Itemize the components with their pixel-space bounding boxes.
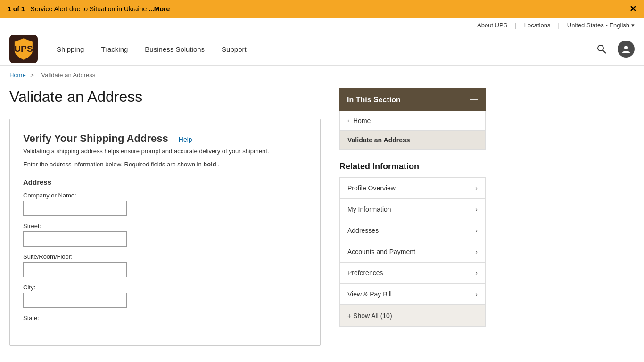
form-description-2: Enter the address information below. Req… xyxy=(23,160,307,169)
user-account-button[interactable] xyxy=(618,41,635,58)
chevron-right-icon: › xyxy=(475,269,478,277)
ups-logo[interactable]: UPS xyxy=(9,35,38,63)
chevron-right-icon: › xyxy=(475,248,478,255)
nav-tracking[interactable]: Tracking xyxy=(101,45,128,53)
section-title: In This Section xyxy=(347,96,401,104)
street-field-group: Street: xyxy=(23,222,307,247)
nav-business[interactable]: Business Solutions xyxy=(145,45,205,53)
chevron-right-icon: › xyxy=(475,290,478,298)
chevron-left-icon: ‹ xyxy=(347,117,349,124)
in-this-section-header: In This Section — xyxy=(339,88,486,111)
related-preferences[interactable]: Preferences › xyxy=(340,263,485,284)
search-icon xyxy=(597,44,606,54)
city-input[interactable] xyxy=(23,293,127,308)
top-nav: About UPS | Locations | United States - … xyxy=(0,18,644,33)
breadcrumb-current: Validate an Address xyxy=(41,72,96,79)
breadcrumb-separator: > xyxy=(30,72,34,79)
chevron-right-icon: › xyxy=(475,227,478,234)
form-description-1: Validating a shipping address helps ensu… xyxy=(23,147,307,156)
related-my-information[interactable]: My Information › xyxy=(340,199,485,220)
main-nav: UPS Shipping Tracking Business Solutions… xyxy=(0,33,644,66)
breadcrumb: Home > Validate an Address xyxy=(0,66,644,84)
svg-line-2 xyxy=(603,50,606,53)
page-title: Validate an Address xyxy=(9,88,321,106)
chevron-down-icon: ▾ xyxy=(631,22,635,29)
search-button[interactable] xyxy=(593,41,610,58)
street-input[interactable] xyxy=(23,231,127,247)
suite-label: Suite/Room/Floor: xyxy=(23,253,307,260)
svg-text:UPS: UPS xyxy=(14,44,33,54)
show-all-button[interactable]: + Show All (10) xyxy=(340,305,485,326)
company-input[interactable] xyxy=(23,201,127,216)
state-label: State: xyxy=(23,314,307,321)
about-ups-link[interactable]: About UPS xyxy=(477,22,507,29)
related-addresses[interactable]: Addresses › xyxy=(340,220,485,241)
user-icon xyxy=(621,44,631,54)
alert-banner: 1 of 1 Service Alert due to Situation in… xyxy=(0,0,644,18)
collapse-icon[interactable]: — xyxy=(470,95,478,105)
chevron-right-icon: › xyxy=(475,206,478,213)
main-content: Validate an Address Verify Your Shipping… xyxy=(9,84,321,346)
nav-divider-2: | xyxy=(558,22,559,29)
language-selector[interactable]: United States - English ▾ xyxy=(567,22,635,29)
alert-count: 1 of 1 xyxy=(8,5,25,13)
section-nav-validate[interactable]: Validate an Address xyxy=(340,131,485,150)
alert-more-link[interactable]: ...More xyxy=(149,5,170,13)
section-nav-validate-label: Validate an Address xyxy=(347,136,410,144)
related-accounts-payment[interactable]: Accounts and Payment › xyxy=(340,241,485,263)
svg-point-1 xyxy=(598,45,603,51)
alert-close-button[interactable]: ✕ xyxy=(629,4,636,14)
bold-text: bold xyxy=(203,161,216,168)
locations-link[interactable]: Locations xyxy=(524,22,551,29)
company-field-group: Company or Name: xyxy=(23,192,307,216)
related-profile-overview[interactable]: Profile Overview › xyxy=(340,178,485,199)
section-nav-home-label: Home xyxy=(353,117,371,124)
company-label: Company or Name: xyxy=(23,192,307,199)
city-field-group: City: xyxy=(23,284,307,308)
svg-point-3 xyxy=(624,46,628,49)
suite-field-group: Suite/Room/Floor: xyxy=(23,253,307,277)
breadcrumb-home[interactable]: Home xyxy=(9,72,26,79)
nav-support[interactable]: Support xyxy=(222,45,247,53)
related-view-pay-bill[interactable]: View & Pay Bill › xyxy=(340,284,485,305)
address-section-label: Address xyxy=(23,178,307,186)
related-links: Profile Overview › My Information › Addr… xyxy=(339,177,486,327)
city-label: City: xyxy=(23,284,307,291)
address-form-card: Verify Your Shipping Address Help Valida… xyxy=(9,119,321,346)
help-link[interactable]: Help xyxy=(179,136,192,143)
section-nav: ‹ Home Validate an Address xyxy=(339,111,486,150)
nav-shipping[interactable]: Shipping xyxy=(57,45,84,53)
section-nav-home[interactable]: ‹ Home xyxy=(340,111,485,131)
nav-divider-1: | xyxy=(515,22,516,29)
alert-message: Service Alert due to Situation in Ukrain… xyxy=(31,5,170,13)
suite-input[interactable] xyxy=(23,262,127,277)
nav-actions xyxy=(593,41,635,58)
form-card-title: Verify Your Shipping Address Help xyxy=(23,132,307,145)
state-field-group: State: xyxy=(23,314,307,321)
related-info-title: Related Information xyxy=(339,162,486,172)
page-layout: Validate an Address Verify Your Shipping… xyxy=(0,84,644,362)
nav-links: Shipping Tracking Business Solutions Sup… xyxy=(57,45,593,53)
sidebar: In This Section — ‹ Home Validate an Add… xyxy=(339,84,486,346)
street-label: Street: xyxy=(23,222,307,230)
chevron-right-icon: › xyxy=(475,184,478,192)
